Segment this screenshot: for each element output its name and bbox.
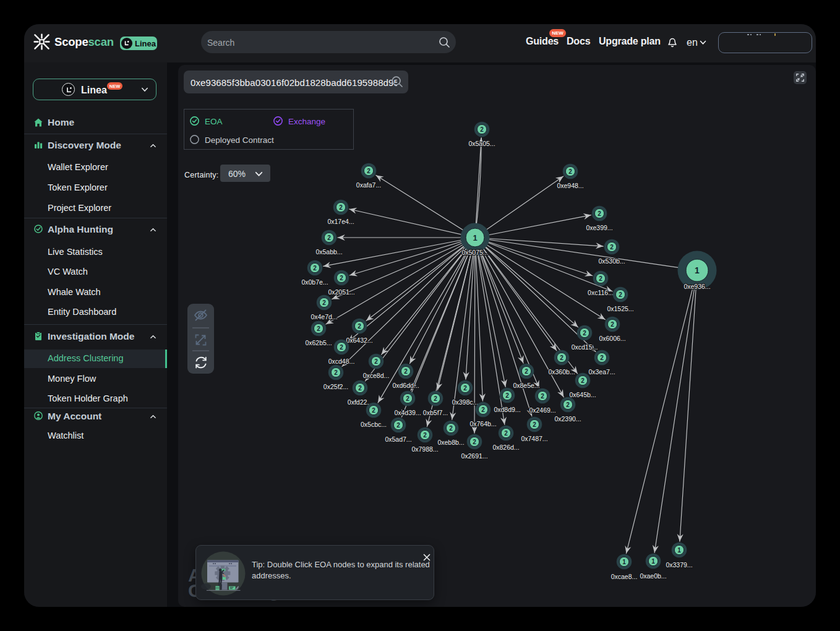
svg-text:2: 2 — [599, 275, 602, 282]
svg-text:0x2051...: 0x2051... — [328, 288, 354, 296]
svg-text:2: 2 — [339, 204, 343, 211]
svg-text:0xcae8...: 0xcae8... — [611, 573, 638, 580]
svg-text:2: 2 — [313, 265, 317, 272]
svg-text:1: 1 — [651, 558, 655, 565]
svg-text:2: 2 — [619, 291, 622, 298]
svg-text:2: 2 — [533, 421, 536, 428]
svg-text:0xb5f7...: 0xb5f7... — [423, 409, 448, 416]
svg-text:0x5ad7...: 0x5ad7... — [385, 436, 411, 443]
svg-text:0xcd15...: 0xcd15... — [572, 343, 598, 351]
svg-text:0x2469...: 0x2469... — [529, 406, 555, 414]
svg-text:0xc116...: 0xc116... — [588, 289, 614, 296]
svg-text:0x764b...: 0x764b... — [469, 420, 496, 427]
svg-text:0xce8d...: 0xce8d... — [363, 372, 390, 379]
svg-text:2: 2 — [340, 344, 343, 351]
svg-text:0xcd48...: 0xcd48... — [328, 358, 355, 365]
svg-text:2: 2 — [481, 406, 485, 413]
svg-text:2: 2 — [404, 368, 408, 375]
svg-text:0x3ea7...: 0x3ea7... — [588, 368, 615, 376]
svg-text:1: 1 — [695, 265, 700, 275]
svg-text:0xe948...: 0xe948... — [557, 182, 583, 189]
svg-text:2: 2 — [327, 234, 331, 241]
svg-text:2: 2 — [541, 393, 544, 400]
svg-text:1: 1 — [677, 547, 681, 554]
svg-text:0x5abb...: 0x5abb... — [315, 248, 342, 255]
svg-text:0xeb8b...: 0xeb8b... — [437, 439, 464, 446]
svg-text:0xe399...: 0xe399... — [586, 224, 612, 231]
svg-text:0xae0b...: 0xae0b... — [640, 572, 666, 580]
svg-text:2: 2 — [358, 323, 361, 330]
svg-text:0x645b...: 0x645b... — [569, 391, 596, 398]
svg-text:0x7487...: 0x7487... — [521, 435, 547, 442]
svg-text:0x4d39...: 0x4d39... — [394, 409, 421, 416]
svg-text:0x0b7e...: 0x0b7e... — [301, 278, 328, 286]
svg-text:2: 2 — [449, 425, 453, 432]
svg-text:2: 2 — [434, 395, 437, 402]
svg-text:2: 2 — [423, 432, 427, 439]
svg-text:2: 2 — [566, 401, 570, 408]
svg-text:0x1525...: 0x1525... — [607, 305, 633, 312]
svg-text:2: 2 — [611, 321, 614, 328]
svg-text:0x3379...: 0x3379... — [666, 561, 692, 569]
svg-text:0x398c...: 0x398c... — [452, 398, 479, 406]
svg-text:2: 2 — [374, 358, 378, 365]
svg-text:2: 2 — [473, 439, 476, 445]
svg-text:2: 2 — [463, 385, 467, 392]
svg-text:2: 2 — [598, 210, 601, 217]
svg-text:1: 1 — [622, 559, 626, 565]
svg-text:2: 2 — [367, 168, 371, 174]
svg-text:2: 2 — [525, 368, 528, 375]
svg-text:0xe936...: 0xe936... — [684, 283, 710, 290]
svg-text:2: 2 — [505, 392, 509, 399]
svg-text:2: 2 — [581, 377, 585, 384]
svg-text:2: 2 — [504, 430, 508, 437]
svg-text:0x2390...: 0x2390... — [554, 415, 581, 423]
svg-text:0x530b...: 0x530b... — [598, 257, 625, 265]
svg-text:2: 2 — [568, 168, 572, 175]
svg-text:0xd8d9...: 0xd8d9... — [494, 406, 520, 413]
svg-text:0x6432...: 0x6432... — [346, 337, 372, 344]
svg-text:0x4e7d...: 0x4e7d... — [311, 313, 337, 320]
svg-text:2: 2 — [600, 354, 604, 361]
svg-text:0x8e5e...: 0x8e5e... — [513, 382, 539, 389]
svg-text:2: 2 — [334, 369, 338, 376]
svg-text:0x826d...: 0x826d... — [492, 444, 519, 451]
svg-text:2: 2 — [406, 395, 409, 402]
svg-text:0xd6dd...: 0xd6dd... — [392, 382, 419, 389]
svg-text:2: 2 — [372, 407, 375, 414]
svg-text:0x5a05...: 0x5a05... — [468, 140, 495, 147]
svg-text:0xafa7...: 0xafa7... — [356, 181, 381, 189]
svg-text:2: 2 — [358, 385, 362, 392]
svg-text:2: 2 — [480, 126, 484, 133]
svg-text:2: 2 — [322, 299, 326, 306]
svg-text:0x62b5...: 0x62b5... — [305, 339, 332, 346]
svg-text:0x360b...: 0x360b... — [548, 368, 575, 376]
svg-text:2: 2 — [396, 422, 400, 429]
svg-text:0x7988...: 0x7988... — [411, 445, 438, 453]
svg-text:0x2691...: 0x2691... — [461, 452, 487, 460]
svg-text:2: 2 — [340, 275, 343, 281]
svg-text:0x5075...: 0x5075... — [461, 249, 488, 256]
svg-text:2: 2 — [583, 330, 586, 337]
svg-text:2: 2 — [317, 325, 320, 332]
svg-text:0x5cbc...: 0x5cbc... — [361, 421, 387, 428]
svg-text:0x6006...: 0x6006... — [599, 335, 625, 342]
svg-text:0x17e4...: 0x17e4... — [327, 218, 354, 225]
svg-text:0x25f2...: 0x25f2... — [324, 383, 348, 390]
svg-text:2: 2 — [610, 244, 614, 251]
svg-text:2: 2 — [560, 354, 564, 361]
svg-text:1: 1 — [473, 233, 477, 243]
